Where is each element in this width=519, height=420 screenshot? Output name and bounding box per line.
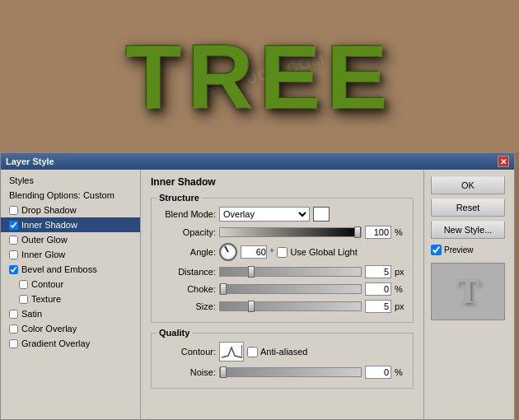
choke-row: Choke: % bbox=[158, 282, 406, 296]
contour-row: Contour: Anti-aliased bbox=[158, 342, 406, 362]
distance-slider-container: px bbox=[219, 265, 406, 278]
structure-title: Structure bbox=[157, 193, 202, 203]
inner-shadow-checkbox[interactable] bbox=[9, 221, 18, 230]
outer-glow-checkbox[interactable] bbox=[9, 236, 18, 245]
distance-thumb[interactable] bbox=[248, 266, 255, 278]
quality-title: Quality bbox=[157, 328, 192, 338]
angle-dial[interactable] bbox=[219, 243, 237, 261]
size-slider[interactable] bbox=[219, 301, 362, 311]
sidebar-item-contour[interactable]: Contour bbox=[1, 277, 140, 292]
contour-picker[interactable] bbox=[219, 342, 244, 362]
sidebar-item-inner-glow[interactable]: Inner Glow bbox=[1, 247, 140, 262]
structure-section: Structure Blend Mode: Overlay Normal Mul… bbox=[151, 198, 414, 323]
gradient-overlay-checkbox[interactable] bbox=[9, 339, 18, 348]
sidebar-item-bevel-emboss[interactable]: Bevel and Emboss bbox=[1, 262, 140, 277]
preview-checkbox[interactable] bbox=[431, 245, 442, 255]
sidebar-item-drop-shadow[interactable]: Drop Shadow bbox=[1, 203, 140, 217]
sidebar-item-inner-shadow[interactable]: Inner Shadow bbox=[1, 217, 140, 232]
anti-alias-checkbox[interactable] bbox=[247, 347, 258, 357]
dialog-title: Layer Style bbox=[6, 156, 54, 166]
preview-thumb-letter: T bbox=[456, 272, 479, 311]
size-slider-container: px bbox=[219, 300, 406, 313]
distance-label: Distance: bbox=[158, 267, 216, 277]
noise-label: Noise: bbox=[158, 367, 216, 377]
opacity-input[interactable] bbox=[365, 226, 391, 239]
choke-slider[interactable] bbox=[219, 284, 362, 294]
blend-mode-row: Blend Mode: Overlay Normal Multiply bbox=[158, 207, 406, 222]
choke-unit: % bbox=[395, 284, 406, 294]
new-style-button[interactable]: New Style... bbox=[431, 221, 505, 239]
blend-mode-label: Blend Mode: bbox=[158, 209, 216, 219]
noise-slider[interactable] bbox=[219, 367, 362, 377]
drop-shadow-checkbox[interactable] bbox=[9, 206, 18, 215]
choke-thumb[interactable] bbox=[220, 283, 227, 295]
dial-needle bbox=[224, 246, 229, 253]
angle-row: Angle: ° Use Global Light bbox=[158, 243, 406, 261]
noise-slider-container: % bbox=[219, 366, 406, 379]
opacity-label: Opacity: bbox=[158, 227, 216, 237]
distance-unit: px bbox=[395, 267, 406, 277]
color-overlay-checkbox[interactable] bbox=[9, 324, 18, 334]
quality-section: Quality Contour: Anti-aliased bbox=[151, 333, 414, 389]
middle-panel: Inner Shadow Structure Blend Mode: Overl… bbox=[141, 170, 423, 419]
blend-mode-select[interactable]: Overlay Normal Multiply bbox=[219, 207, 310, 222]
opacity-unit: % bbox=[395, 227, 406, 237]
dialog-titlebar: Layer Style ✕ bbox=[1, 153, 514, 170]
sidebar-item-color-overlay[interactable]: Color Overlay bbox=[1, 321, 140, 336]
inner-glow-checkbox[interactable] bbox=[9, 250, 18, 259]
texture-checkbox[interactable] bbox=[19, 295, 28, 304]
size-row: Size: px bbox=[158, 300, 406, 313]
satin-checkbox[interactable] bbox=[9, 310, 18, 319]
ok-button[interactable]: OK bbox=[431, 176, 505, 194]
reset-button[interactable]: Reset bbox=[431, 198, 505, 217]
degree-symbol: ° bbox=[270, 247, 274, 257]
blend-color-swatch[interactable] bbox=[313, 207, 330, 222]
sidebar-item-gradient-overlay[interactable]: Gradient Overlay bbox=[1, 336, 140, 351]
left-panel: Styles Blending Options: Custom Drop Sha… bbox=[1, 170, 141, 419]
noise-input[interactable] bbox=[365, 366, 391, 379]
dialog-close-button[interactable]: ✕ bbox=[498, 156, 509, 167]
canvas-preview: PSD-DUDE.COM TREE bbox=[0, 0, 519, 152]
style-preview-thumb: T bbox=[431, 263, 505, 320]
size-label: Size: bbox=[158, 301, 216, 311]
noise-thumb[interactable] bbox=[220, 366, 227, 378]
noise-unit: % bbox=[395, 367, 406, 377]
distance-row: Distance: px bbox=[158, 265, 406, 278]
choke-label: Choke: bbox=[158, 284, 216, 294]
layer-style-dialog: Layer Style ✕ Styles Blending Options: C… bbox=[0, 152, 515, 420]
distance-input[interactable] bbox=[365, 265, 391, 278]
sidebar-item-satin[interactable]: Satin bbox=[1, 306, 140, 321]
size-thumb[interactable] bbox=[248, 301, 255, 312]
contour-dropdown-arrow bbox=[234, 345, 242, 358]
section-title: Inner Shadow bbox=[151, 176, 414, 188]
preview-tree-text: TREE bbox=[125, 24, 393, 128]
size-unit: px bbox=[395, 301, 406, 311]
sidebar-item-blending[interactable]: Blending Options: Custom bbox=[1, 188, 140, 203]
right-panel: OK Reset New Style... Preview T bbox=[423, 170, 514, 419]
sidebar-item-texture[interactable]: Texture bbox=[1, 292, 140, 306]
use-global-light-label: Use Global Light bbox=[277, 247, 357, 258]
opacity-thumb[interactable] bbox=[354, 226, 361, 238]
use-global-light-checkbox[interactable] bbox=[277, 247, 288, 258]
noise-row: Noise: % bbox=[158, 366, 406, 379]
choke-slider-container: % bbox=[219, 282, 406, 296]
bevel-emboss-checkbox[interactable] bbox=[9, 265, 18, 274]
contour-label: Contour: bbox=[158, 347, 216, 357]
sidebar-item-outer-glow[interactable]: Outer Glow bbox=[1, 232, 140, 247]
sidebar-item-styles[interactable]: Styles bbox=[1, 173, 140, 188]
opacity-row: Opacity: % bbox=[158, 226, 406, 239]
size-input[interactable] bbox=[365, 300, 391, 313]
contour-checkbox[interactable] bbox=[19, 280, 28, 289]
angle-label: Angle: bbox=[158, 247, 216, 257]
dialog-body: Styles Blending Options: Custom Drop Sha… bbox=[1, 170, 514, 419]
choke-input[interactable] bbox=[365, 282, 391, 296]
anti-alias-label: Anti-aliased bbox=[247, 347, 307, 357]
angle-input[interactable] bbox=[241, 245, 267, 259]
preview-label: Preview bbox=[431, 245, 507, 255]
opacity-slider[interactable] bbox=[219, 227, 362, 237]
opacity-slider-container: % bbox=[219, 226, 406, 239]
distance-slider[interactable] bbox=[219, 267, 362, 277]
